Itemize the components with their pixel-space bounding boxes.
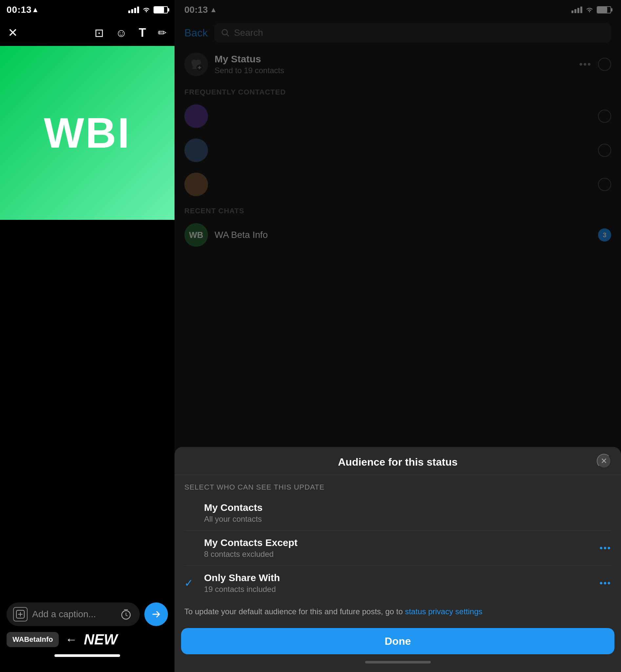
done-label: Done	[385, 635, 411, 647]
except-option-sub: 8 contacts excluded	[204, 550, 593, 559]
arrow-left-icon: ←	[65, 633, 77, 646]
home-indicator-right	[365, 661, 431, 664]
modal-title: Audience for this status	[338, 456, 458, 468]
only-share-option: Only Share With 19 contacts included	[204, 572, 593, 594]
left-panel: 00:13 ▲ ✕ ⊡	[0, 0, 174, 672]
only-share-dots[interactable]: •••	[600, 578, 611, 588]
wifi-icon	[142, 7, 151, 13]
audience-option-only-share[interactable]: ✓ Only Share With 19 contacts included •…	[174, 566, 621, 600]
caption-bar[interactable]: Add a caption...	[7, 602, 140, 626]
except-option-name: My Contacts Except	[204, 537, 593, 548]
audience-modal: Audience for this status ✕ SELECT WHO CA…	[174, 447, 621, 672]
except-option-dots[interactable]: •••	[600, 543, 611, 553]
modal-close-button[interactable]: ✕	[597, 454, 611, 468]
my-contacts-sub: All your contacts	[204, 514, 611, 524]
privacy-link[interactable]: status privacy settings	[405, 607, 482, 616]
left-status-bar: 00:13 ▲	[0, 0, 174, 20]
battery-icon	[154, 6, 168, 13]
modal-footer-text: To update your default audience for this…	[174, 600, 621, 625]
audience-option-except[interactable]: My Contacts Except 8 contacts excluded •…	[174, 530, 621, 565]
except-option: My Contacts Except 8 contacts excluded	[204, 537, 593, 559]
emoji-button[interactable]: ☺	[116, 27, 127, 39]
only-share-name: Only Share With	[204, 572, 593, 583]
modal-section-label: SELECT WHO CAN SEE THIS UPDATE	[174, 475, 621, 496]
left-time: 00:13	[7, 5, 32, 15]
timer-icon[interactable]	[119, 607, 133, 622]
only-share-sub: 19 contacts included	[204, 585, 593, 594]
send-button[interactable]	[144, 602, 168, 626]
signal-icon	[128, 7, 139, 13]
modal-close-icon: ✕	[601, 457, 607, 466]
my-contacts-option: My Contacts All your contacts	[204, 502, 611, 524]
close-icon: ✕	[8, 26, 18, 39]
left-toolbar: ✕ ⊡ ☺ T ✏	[0, 20, 174, 46]
home-indicator-left	[54, 654, 120, 657]
add-media-icon	[13, 607, 28, 622]
wabetainfo-badge: WABetaInfo	[7, 632, 59, 647]
wbi-logo-text: WBI	[44, 108, 131, 158]
draw-button[interactable]: ✏	[158, 27, 167, 39]
done-button[interactable]: Done	[181, 628, 614, 654]
left-status-icons	[128, 6, 168, 13]
emoji-icon: ☺	[116, 27, 127, 39]
text-icon: T	[139, 26, 146, 39]
modal-header: Audience for this status ✕	[174, 447, 621, 475]
close-button[interactable]: ✕	[8, 26, 18, 40]
caption-placeholder: Add a caption...	[32, 609, 96, 620]
wabetainfo-row: WABetaInfo ← NEW	[0, 631, 174, 651]
crop-button[interactable]: ⊡	[94, 26, 104, 39]
crop-icon: ⊡	[94, 27, 104, 39]
my-contacts-name: My Contacts	[204, 502, 611, 513]
modal-overlay: Audience for this status ✕ SELECT WHO CA…	[174, 0, 621, 672]
location-icon: ▲	[32, 6, 39, 14]
audience-option-my-contacts[interactable]: My Contacts All your contacts	[174, 496, 621, 530]
footer-static-text: To update your default audience for this…	[184, 607, 405, 616]
right-panel: 00:13 ▲ Back	[174, 0, 621, 672]
text-button[interactable]: T	[139, 26, 146, 40]
draw-icon: ✏	[158, 27, 167, 39]
left-bottom-area: Add a caption... WABetaInfo ←	[0, 220, 174, 672]
check-selected: ✓	[184, 577, 198, 589]
wbi-image: WBI	[0, 46, 174, 220]
toolbar-right-icons: ⊡ ☺ T ✏	[94, 26, 167, 40]
new-label: NEW	[84, 631, 117, 648]
